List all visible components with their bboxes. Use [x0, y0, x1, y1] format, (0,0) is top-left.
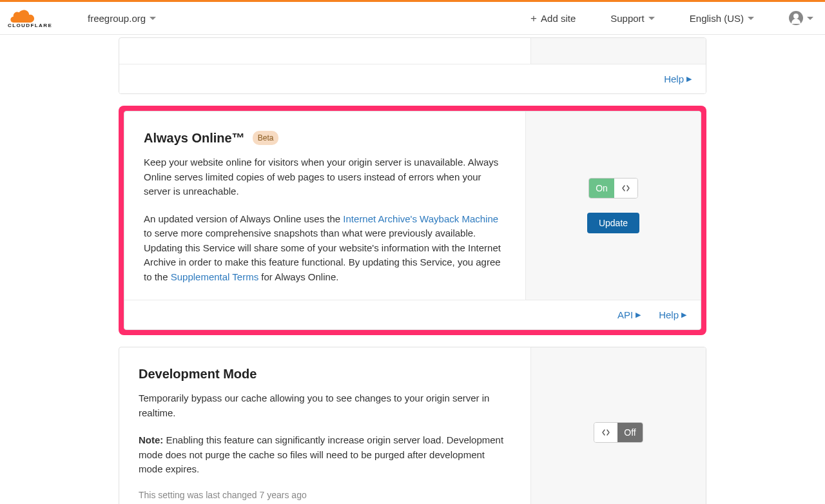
note-label: Note: — [139, 434, 163, 445]
card-description-2: An updated version of Always Online uses… — [144, 212, 506, 285]
svg-text:CLOUDFLARE: CLOUDFLARE — [8, 23, 52, 28]
chevron-right-icon: ▶ — [686, 75, 692, 83]
add-site-button[interactable]: + Add site — [530, 13, 576, 24]
desc-fragment: for Always Online. — [258, 271, 338, 282]
support-menu[interactable]: Support — [610, 13, 655, 24]
card-title: Development Mode — [139, 364, 511, 383]
wayback-link[interactable]: Internet Archive's Wayback Machine — [343, 213, 498, 224]
api-link[interactable]: API ▶ — [617, 309, 641, 320]
always-online-toggle[interactable]: On — [588, 178, 638, 199]
card-footer: Help ▶ — [119, 64, 706, 93]
chevron-right-icon: ▶ — [636, 311, 641, 319]
slider-arrows-icon — [622, 184, 630, 192]
avatar-icon — [789, 11, 803, 25]
desc-fragment: An updated version of Always Online uses… — [144, 213, 343, 224]
footer-api-label: API — [617, 309, 633, 320]
development-mode-card: Development Mode Temporarily bypass our … — [119, 347, 706, 504]
supplemental-terms-link[interactable]: Supplemental Terms — [171, 271, 258, 282]
title-text: Always Online™ — [144, 128, 245, 148]
beta-badge: Beta — [253, 131, 279, 145]
cloudflare-logo[interactable]: CLOUDFLARE — [8, 8, 70, 28]
language-menu[interactable]: English (US) — [690, 13, 754, 24]
footer-help-label: Help — [659, 309, 679, 320]
update-button[interactable]: Update — [587, 213, 639, 233]
footer-help-label: Help — [664, 73, 684, 84]
card-footer: API ▶ Help ▶ — [124, 300, 701, 329]
header-bar: CLOUDFLARE freegroup.org + Add site Supp… — [0, 2, 825, 35]
caret-down-icon — [748, 17, 754, 20]
support-label: Support — [610, 13, 645, 24]
add-site-label: Add site — [541, 13, 576, 24]
previous-card-tail: Help ▶ — [119, 37, 706, 94]
card-title: Always Online™ Beta — [144, 128, 506, 148]
slider-arrows-icon — [602, 429, 610, 436]
title-text: Development Mode — [139, 364, 257, 383]
toggle-handle — [594, 423, 617, 442]
always-online-card: Always Online™ Beta Keep your website on… — [124, 111, 701, 330]
highlight-frame: Always Online™ Beta Keep your website on… — [119, 106, 706, 335]
card-description-1: Temporarily bypass our cache allowing yo… — [139, 391, 511, 420]
card-description-note: Note: Enabling this feature can signific… — [139, 433, 511, 477]
toggle-off-segment: Off — [617, 423, 642, 442]
toggle-on-segment: On — [589, 179, 614, 198]
caret-down-icon — [150, 17, 156, 20]
last-changed-text: This setting was last changed 7 years ag… — [139, 489, 511, 502]
site-name: freegroup.org — [88, 13, 146, 24]
help-link[interactable]: Help ▶ — [659, 309, 686, 320]
language-label: English (US) — [690, 13, 744, 24]
chevron-right-icon: ▶ — [681, 311, 686, 319]
site-selector[interactable]: freegroup.org — [88, 13, 156, 24]
card-description-1: Keep your website online for visitors wh… — [144, 155, 506, 199]
account-menu[interactable] — [789, 11, 813, 25]
dev-mode-toggle[interactable]: Off — [594, 422, 643, 443]
plus-icon: + — [530, 13, 537, 24]
toggle-handle — [614, 179, 637, 198]
note-text: Enabling this feature can significantly … — [139, 434, 503, 474]
help-link[interactable]: Help ▶ — [664, 73, 692, 84]
caret-down-icon — [648, 17, 655, 20]
caret-down-icon — [807, 17, 813, 20]
